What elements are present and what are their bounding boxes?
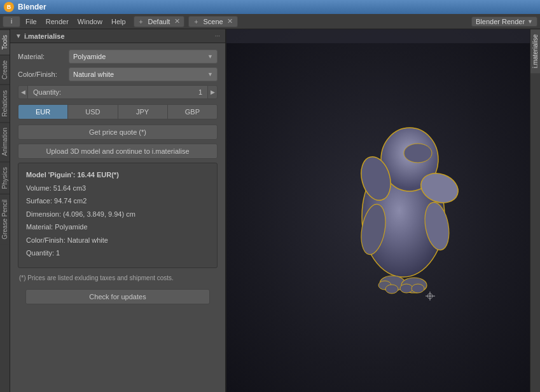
imaterialise-panel: ▼ i.materialise ··· Material: Polyamide … (10, 29, 226, 392)
currency-eur-button[interactable]: EUR (18, 105, 68, 119)
disclaimer-text: (*) Prices are listed exluding taxes and… (18, 274, 218, 281)
scene-name: Scene (203, 18, 223, 25)
blender-icon: B (4, 2, 14, 12)
currency-row: EUR USD JPY GBP (18, 104, 218, 119)
close-workspace-icon[interactable]: ✕ (172, 17, 181, 26)
color-finish-row: Color/Finish: Natural white ▼ (18, 67, 218, 81)
menu-bar: i File Render Window Help + Default ✕ + … (0, 14, 540, 29)
menu-help[interactable]: Help (107, 17, 130, 27)
svg-point-12 (412, 284, 424, 293)
panel-options[interactable]: ··· (215, 32, 220, 39)
currency-jpy-button[interactable]: JPY (118, 105, 168, 119)
currency-gbp-button[interactable]: GBP (168, 105, 217, 119)
get-price-button[interactable]: Get price quote (*) (18, 125, 218, 140)
color-finish-label: Color/Finish: (18, 71, 69, 78)
render-engine-selector[interactable]: Blender Render ▼ (471, 17, 537, 27)
color-finish-select[interactable]: Natural white ▼ (69, 67, 218, 81)
quantity-decrease-button[interactable]: ◀ (18, 85, 28, 99)
color-finish-value: Natural white (73, 71, 114, 78)
info-volume: Volume: 51.64 cm3 (26, 183, 209, 194)
svg-point-10 (385, 285, 398, 294)
scene-selector[interactable]: + Scene ✕ (188, 16, 237, 27)
render-engine-name: Blender Render (476, 18, 525, 25)
workspace-name: Default (148, 18, 170, 25)
3d-model-svg (336, 90, 476, 331)
sidebar-item-grease-pencil[interactable]: Grease Pencil (0, 194, 10, 245)
collapse-triangle: ▼ (15, 32, 22, 39)
workspace-selector[interactable]: + Default ✕ (134, 16, 185, 27)
material-value: Polyamide (73, 53, 106, 60)
info-dimension: Dimension: (4.096, 3.849, 9.94) cm (26, 209, 209, 220)
quantity-label: Quantity: (28, 85, 193, 99)
3d-model-container (336, 90, 476, 332)
main-layout: Tools Create Relations Animation Physics… (0, 29, 540, 392)
material-label: Material: (18, 53, 69, 60)
info-model-price: Model 'Piguin': 16.44 EUR(*) (26, 170, 209, 180)
panel-title: i.materialise (24, 32, 215, 40)
currency-usd-button[interactable]: USD (68, 105, 118, 119)
menu-window[interactable]: Window (74, 17, 106, 27)
app-title: Blender (18, 3, 46, 11)
render-engine-arrow: ▼ (527, 18, 533, 25)
sidebar-item-relations[interactable]: Relations (0, 84, 10, 122)
sidebar-item-create[interactable]: Create (0, 55, 10, 84)
panel-header: ▼ i.materialise ··· (10, 29, 225, 43)
info-quantity: Quantity: 1 (26, 248, 209, 259)
menu-render[interactable]: Render (42, 17, 73, 27)
right-sidebar: i.materialise (530, 29, 540, 392)
left-sidebar-tabs: Tools Create Relations Animation Physics… (0, 29, 10, 392)
quantity-value: 1 (193, 85, 207, 99)
quantity-increase-button[interactable]: ▶ (207, 85, 218, 99)
menu-file[interactable]: File (22, 17, 41, 27)
material-dropdown-icon: ▼ (207, 53, 213, 60)
right-tab-imaterialise[interactable]: i.materialise (530, 29, 540, 73)
info-box: Model 'Piguin': 16.44 EUR(*) Volume: 51.… (18, 163, 218, 268)
info-color-finish: Color/Finish: Natural white (26, 235, 209, 246)
info-button[interactable]: i (3, 16, 20, 27)
info-material: Material: Polyamide (26, 222, 209, 233)
info-surface: Surface: 94.74 cm2 (26, 196, 209, 206)
add-workspace-icon[interactable]: + (137, 17, 146, 26)
sidebar-item-tools[interactable]: Tools (0, 29, 10, 55)
upload-button[interactable]: Upload 3D model and continue to i.materi… (18, 144, 218, 159)
viewport[interactable] (226, 29, 530, 392)
material-select[interactable]: Polyamide ▼ (69, 50, 218, 64)
viewport-header (226, 29, 530, 43)
color-finish-dropdown-icon: ▼ (207, 71, 213, 78)
title-bar: B Blender (0, 0, 540, 14)
sidebar-item-animation[interactable]: Animation (0, 122, 10, 161)
sidebar-item-physics[interactable]: Physics (0, 161, 10, 194)
add-scene-icon[interactable]: + (191, 17, 200, 26)
material-row: Material: Polyamide ▼ (18, 50, 218, 64)
svg-point-11 (400, 284, 413, 293)
check-updates-button[interactable]: Check for updates (25, 289, 210, 304)
quantity-row: ◀ Quantity: 1 ▶ (18, 85, 218, 99)
close-scene-icon[interactable]: ✕ (226, 17, 235, 26)
svg-point-2 (404, 144, 432, 163)
panel-content: Material: Polyamide ▼ Color/Finish: Natu… (10, 43, 225, 392)
